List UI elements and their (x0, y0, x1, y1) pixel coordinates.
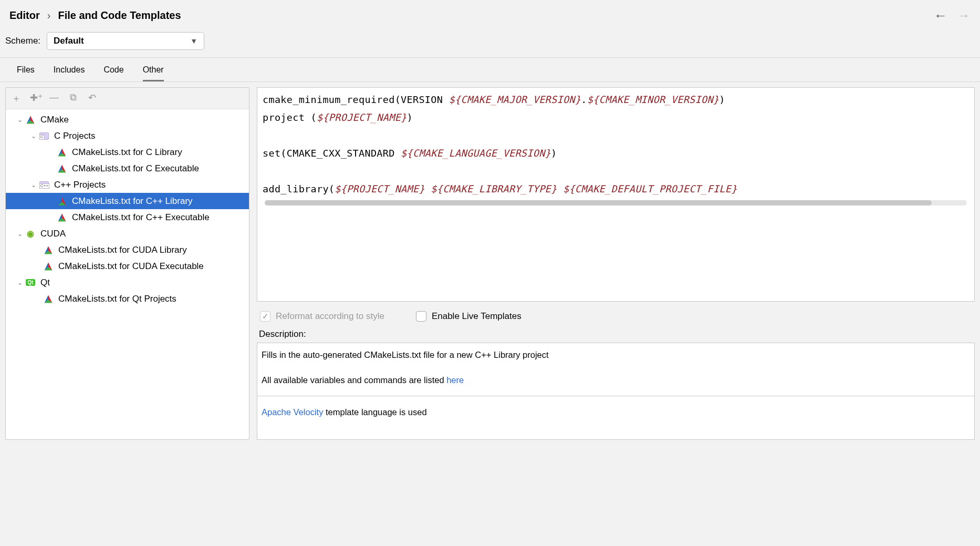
folder-cpp-icon: C++ (38, 180, 50, 190)
tree-node-cuda-library[interactable]: CMakeLists.txt for CUDA Library (6, 242, 249, 258)
breadcrumb-current: File and Code Templates (58, 9, 181, 22)
tree-label: CMakeLists.txt for C Executable (72, 163, 199, 174)
tree-label: CMakeLists.txt for CUDA Library (58, 245, 187, 255)
tree-label: CMakeLists.txt for C++ Library (72, 196, 193, 207)
tree-label: CMakeLists.txt for C Library (72, 147, 182, 158)
chevron-right-icon: › (47, 9, 51, 22)
tree-node-cmake[interactable]: ⌄ CMake (6, 111, 249, 128)
description-box: Fills in the auto-generated CMakeLists.t… (257, 343, 975, 440)
scheme-select[interactable]: Default ▼ (47, 32, 204, 50)
tab-includes[interactable]: Includes (54, 65, 85, 81)
chevron-down-icon[interactable]: ⌄ (29, 132, 38, 140)
tree-node-cuda[interactable]: ⌄ ◉ CUDA (6, 225, 249, 242)
tree-label: CMakeLists.txt for C++ Executable (72, 212, 210, 223)
tab-files[interactable]: Files (17, 65, 35, 81)
folder-c-icon: C (38, 131, 50, 141)
cmake-icon (43, 294, 54, 304)
breadcrumb: Editor › File and Code Templates (9, 9, 181, 22)
breadcrumb-root[interactable]: Editor (9, 9, 40, 22)
checkbox-icon (260, 311, 270, 322)
live-templates-label: Enable Live Templates (432, 311, 522, 322)
back-button[interactable]: ← (934, 7, 947, 24)
scheme-value: Default (54, 36, 84, 46)
cmake-icon (43, 262, 54, 271)
editor-panel: cmake_minimum_required(VERSION ${CMAKE_M… (257, 87, 975, 440)
tree-label: CMake (40, 115, 69, 125)
tree-node-cpp-projects[interactable]: ⌄ C++ C++ Projects (6, 177, 249, 193)
main: ＋ ✚⁺ — ⧉ ↶ ⌄ CMake ⌄ C C Projects CMakeL… (0, 82, 980, 445)
scheme-label: Scheme: (5, 36, 40, 46)
create-child-icon[interactable]: ✚⁺ (30, 92, 40, 105)
remove-icon[interactable]: — (49, 92, 59, 105)
cmake-icon (25, 115, 36, 125)
template-tree[interactable]: ⌄ CMake ⌄ C C Projects CMakeLists.txt fo… (6, 109, 249, 439)
tabs: Files Includes Code Other (0, 58, 980, 81)
undo-icon[interactable]: ↶ (87, 92, 97, 105)
header: Editor › File and Code Templates ← → (0, 0, 980, 29)
tree-node-cpp-library[interactable]: CMakeLists.txt for C++ Library (6, 193, 249, 209)
description-variables: All available variables and commands are… (262, 374, 970, 386)
description-label: Description: (257, 327, 975, 343)
tree-node-c-library[interactable]: CMakeLists.txt for C Library (6, 144, 249, 160)
cmake-icon (56, 213, 68, 222)
tree-label: CMakeLists.txt for CUDA Executable (58, 261, 204, 272)
add-icon[interactable]: ＋ (11, 92, 22, 105)
copy-icon[interactable]: ⧉ (68, 92, 78, 105)
chevron-down-icon[interactable]: ⌄ (15, 279, 25, 286)
tree-label: CUDA (40, 229, 66, 239)
description-velocity: Apache Velocity template language is use… (262, 406, 970, 418)
cmake-icon (56, 164, 68, 173)
tab-other[interactable]: Other (143, 65, 164, 81)
tree-node-cuda-executable[interactable]: CMakeLists.txt for CUDA Executable (6, 258, 249, 274)
cmake-icon (56, 197, 68, 206)
chevron-down-icon[interactable]: ⌄ (15, 116, 25, 123)
checkbox-icon (416, 311, 426, 322)
reformat-label: Reformat according to style (276, 311, 384, 322)
reformat-checkbox: Reformat according to style (260, 311, 384, 322)
template-code-editor[interactable]: cmake_minimum_required(VERSION ${CMAKE_M… (257, 87, 975, 302)
here-link[interactable]: here (446, 375, 464, 385)
tree-node-c-projects[interactable]: ⌄ C C Projects (6, 128, 249, 144)
template-tree-panel: ＋ ✚⁺ — ⧉ ↶ ⌄ CMake ⌄ C C Projects CMakeL… (5, 87, 249, 440)
live-templates-checkbox[interactable]: Enable Live Templates (416, 311, 522, 322)
forward-button: → (957, 7, 971, 24)
chevron-down-icon[interactable]: ⌄ (29, 181, 38, 189)
tree-toolbar: ＋ ✚⁺ — ⧉ ↶ (6, 88, 249, 109)
description-text: Fills in the auto-generated CMakeLists.t… (262, 348, 970, 361)
chevron-down-icon: ▼ (190, 37, 197, 45)
cmake-icon (56, 148, 68, 157)
nav-arrows: ← → (934, 7, 971, 24)
tree-node-c-executable[interactable]: CMakeLists.txt for C Executable (6, 160, 249, 177)
chevron-down-icon[interactable]: ⌄ (15, 230, 25, 238)
qt-icon: Qt (25, 278, 36, 287)
tree-node-cpp-executable[interactable]: CMakeLists.txt for C++ Executable (6, 209, 249, 225)
apache-velocity-link[interactable]: Apache Velocity (262, 407, 323, 417)
cmake-icon (43, 245, 54, 255)
divider (257, 396, 974, 396)
cuda-icon: ◉ (25, 229, 36, 239)
tree-label: C Projects (54, 131, 95, 141)
tree-label: CMakeLists.txt for Qt Projects (58, 294, 176, 304)
scheme-row: Scheme: Default ▼ (0, 29, 980, 57)
tree-node-qt-projects[interactable]: CMakeLists.txt for Qt Projects (6, 291, 249, 307)
tree-node-qt[interactable]: ⌄ Qt Qt (6, 274, 249, 291)
tab-code[interactable]: Code (103, 65, 123, 81)
tree-label: Qt (40, 277, 50, 288)
horizontal-scrollbar[interactable] (265, 200, 967, 205)
options-row: Reformat according to style Enable Live … (257, 302, 975, 327)
tree-label: C++ Projects (54, 180, 106, 190)
